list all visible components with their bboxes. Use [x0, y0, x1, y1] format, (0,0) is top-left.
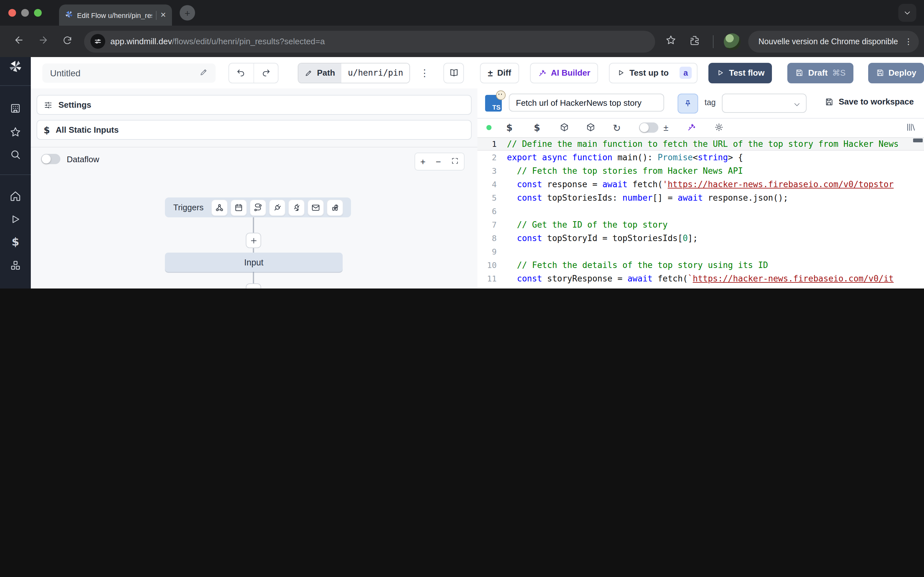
code-line-2[interactable]: 2export async function main(): Promise<s…: [477, 151, 924, 164]
panel-divider: [31, 147, 477, 147]
settings-gear-icon[interactable]: [714, 122, 724, 135]
sidebar-item-favorites-star-icon[interactable]: [8, 124, 23, 140]
sidebar-item-resources-cubes-icon[interactable]: [8, 258, 23, 273]
schedule-trigger-icon[interactable]: [230, 199, 247, 216]
all-static-inputs-label: All Static Inputs: [56, 125, 119, 135]
sidebar-item-runs-play-icon[interactable]: [8, 211, 23, 227]
code-line-8[interactable]: 8 const topStoryId = topStoriesIds[0];: [477, 231, 924, 245]
tab-search-button[interactable]: [898, 4, 916, 22]
sidebar-item-variables-dollar-icon[interactable]: $: [8, 234, 23, 250]
all-static-inputs-button[interactable]: $ All Static Inputs: [37, 120, 472, 140]
windmill-logo-icon[interactable]: [8, 59, 23, 74]
save-floppy-icon: [825, 97, 834, 106]
package-icon-2[interactable]: [586, 122, 596, 135]
code-line-3[interactable]: 3 // Fetch the top stories from Hacker N…: [477, 164, 924, 177]
docs-button[interactable]: [443, 63, 464, 83]
site-info-icon[interactable]: [90, 34, 105, 49]
play-outline-icon: [617, 69, 625, 77]
zoom-in-button[interactable]: +: [420, 156, 425, 167]
variables-dollar-icon[interactable]: $: [506, 122, 513, 133]
sidebar-item-search-icon[interactable]: [8, 147, 23, 162]
diff-label: Diff: [497, 68, 511, 77]
email-trigger-icon[interactable]: [307, 199, 324, 216]
redo-button[interactable]: [254, 63, 278, 82]
code-line-4[interactable]: 4 const response = await fetch('https://…: [477, 177, 924, 191]
new-tab-button[interactable]: +: [180, 5, 195, 21]
code-line-9[interactable]: 9: [477, 245, 924, 258]
event-stream-trigger-icon[interactable]: [288, 199, 305, 216]
profile-avatar[interactable]: [724, 33, 740, 50]
webhook-trigger-icon[interactable]: [211, 199, 228, 216]
plus-minus-icon[interactable]: ±: [664, 122, 668, 133]
close-window-button[interactable]: [8, 9, 16, 17]
pin-toggle-button[interactable]: [678, 93, 698, 113]
browser-toolbar: app.windmill.dev/flows/edit/u/henri/pin_…: [0, 26, 924, 57]
websocket-trigger-icon[interactable]: [269, 199, 286, 216]
deploy-button[interactable]: Deploy: [868, 63, 924, 83]
http-route-trigger-icon[interactable]: [250, 199, 266, 216]
path-value: u/henri/pin: [341, 63, 409, 82]
bookmark-star-icon[interactable]: [666, 35, 676, 48]
editor-scrollbar[interactable]: [913, 139, 923, 142]
bun-logo-icon: [496, 90, 506, 100]
maximize-window-button[interactable]: [34, 9, 42, 17]
code-line-7[interactable]: 7 // Get the ID of the top story: [477, 218, 924, 231]
assistant-toggle[interactable]: [639, 122, 658, 133]
flow-name-text: Untitled: [50, 68, 81, 78]
library-icon[interactable]: [906, 122, 916, 135]
code-line-11[interactable]: 11 const storyResponse = await fetch(`ht…: [477, 272, 924, 285]
edit-pencil-icon: [305, 69, 312, 77]
test-up-to-button[interactable]: Test up to a: [609, 63, 698, 83]
reload-icon[interactable]: ↻: [613, 122, 621, 134]
url-bar[interactable]: app.windmill.dev/flows/edit/u/henri/pin_…: [84, 31, 655, 52]
draft-button[interactable]: Draft ⌘S: [788, 63, 853, 83]
flow-name-field[interactable]: Untitled: [42, 63, 216, 82]
triggers-node[interactable]: Triggers: [165, 197, 351, 218]
chrome-update-chip[interactable]: Nouvelle version de Chrome disponible ⋮: [748, 31, 919, 52]
resources-dollar-icon[interactable]: $: [534, 122, 540, 133]
minimize-window-button[interactable]: [21, 9, 29, 17]
step-title-input[interactable]: [509, 93, 664, 111]
fit-view-button[interactable]: [451, 156, 459, 167]
dataflow-toggle[interactable]: [41, 154, 60, 164]
code-line-10[interactable]: 10 // Fetch the details of the top story…: [477, 258, 924, 272]
more-options-kebab-icon[interactable]: ⋮: [420, 67, 429, 79]
deploy-label: Deploy: [888, 68, 916, 77]
undo-button[interactable]: [229, 63, 254, 82]
step-editor-panel: TS tag Save to workspace $ $ ↻ ±: [477, 89, 924, 288]
poll-watch-trigger-icon[interactable]: [326, 199, 343, 216]
ai-wand-icon[interactable]: [687, 122, 696, 135]
code-editor[interactable]: 1// Define the main function to fetch th…: [477, 137, 924, 288]
back-icon[interactable]: [13, 35, 24, 48]
diff-button[interactable]: ± Diff: [480, 63, 519, 83]
zoom-out-button[interactable]: −: [436, 156, 441, 167]
test-flow-button[interactable]: Test flow: [708, 63, 772, 83]
sidebar-item-workspace[interactable]: [8, 101, 23, 116]
flow-settings-button[interactable]: Settings: [37, 95, 472, 115]
sidebar-divider: [0, 85, 31, 86]
ai-builder-button[interactable]: AI Builder: [530, 63, 598, 83]
code-line-1[interactable]: 1// Define the main function to fetch th…: [477, 137, 924, 151]
code-line-5[interactable]: 5 const topStoriesIds: number[] = await …: [477, 191, 924, 205]
tab-close-icon[interactable]: ✕: [160, 11, 166, 19]
add-step-button[interactable]: [246, 233, 261, 248]
browser-tab[interactable]: Edit Flow u/henri/pin_results ✕: [59, 5, 172, 26]
url-host: app.windmill.dev: [110, 37, 172, 46]
tag-label: tag: [704, 98, 716, 107]
add-step-button[interactable]: [246, 284, 261, 288]
path-selector[interactable]: Path u/henri/pin: [298, 63, 410, 83]
undo-redo-group: [228, 63, 278, 83]
package-icon[interactable]: [559, 122, 569, 135]
code-line-12[interactable]: 12 const topStory = await storyResponse.…: [477, 285, 924, 288]
sidebar-item-home-icon[interactable]: [8, 189, 23, 204]
reload-icon[interactable]: [62, 35, 73, 48]
browser-menu-kebab-icon[interactable]: ⋮: [905, 37, 913, 46]
tag-select[interactable]: [722, 93, 806, 113]
tab-title: Edit Flow u/henri/pin_results: [77, 11, 152, 19]
save-to-workspace-button[interactable]: Save to workspace: [825, 97, 914, 106]
plus-minus-icon: ±: [488, 68, 493, 78]
input-node[interactable]: Input: [165, 253, 342, 272]
extensions-icon[interactable]: [689, 35, 700, 48]
forward-icon[interactable]: [38, 35, 49, 48]
code-line-6[interactable]: 6: [477, 205, 924, 218]
